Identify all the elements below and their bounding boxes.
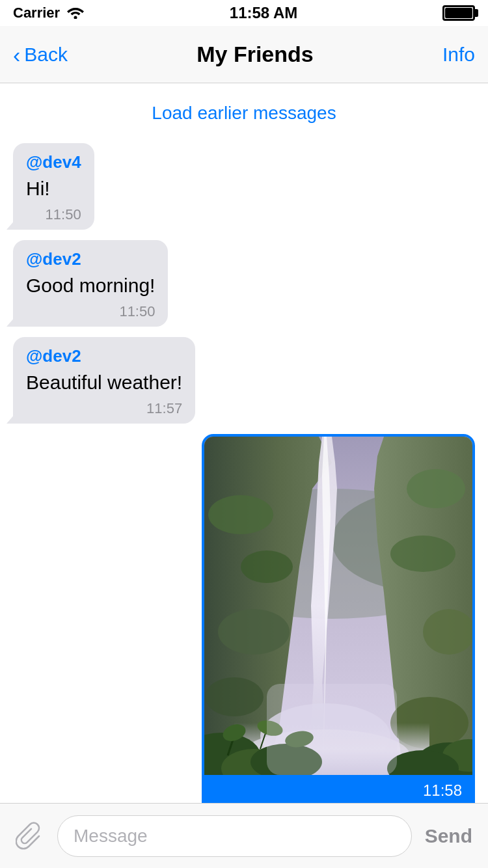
back-button[interactable]: ‹ Back [13, 44, 68, 66]
info-button[interactable]: Info [442, 44, 475, 66]
message-input[interactable] [57, 815, 412, 857]
send-button[interactable]: Send [422, 825, 475, 847]
status-time: 11:58 AM [230, 4, 297, 22]
svg-point-9 [390, 536, 455, 572]
nav-bar: ‹ Back My Friends Info [0, 26, 488, 83]
chat-container: Load earlier messages @dev4 Hi! 11:50 @d… [0, 83, 488, 803]
nav-title: My Friends [197, 42, 313, 67]
outgoing-image-bubble[interactable]: 11:58 Sent [202, 434, 475, 803]
message-sender: @dev2 [26, 249, 155, 269]
status-right [442, 5, 475, 21]
incoming-bubble: @dev2 Good morning! 11:50 [13, 240, 168, 327]
image-time: 11:58 [215, 781, 462, 800]
status-bar: Carrier 11:58 AM [0, 0, 488, 26]
wifi-icon [66, 5, 85, 22]
message-sender: @dev4 [26, 152, 81, 172]
svg-rect-26 [267, 684, 397, 775]
message-row: @dev4 Hi! 11:50 [13, 143, 475, 230]
incoming-bubble: @dev4 Hi! 11:50 [13, 143, 94, 230]
message-row: @dev2 Beautiful weather! 11:57 [13, 337, 475, 424]
svg-point-7 [205, 677, 264, 716]
incoming-bubble: @dev2 Beautiful weather! 11:57 [13, 337, 195, 424]
message-row: @dev2 Good morning! 11:50 [13, 240, 475, 327]
back-label: Back [24, 44, 68, 66]
back-chevron-icon: ‹ [13, 44, 20, 66]
load-earlier-button[interactable]: Load earlier messages [13, 90, 475, 143]
message-text: Beautiful weather! [26, 369, 182, 396]
message-time: 11:50 [26, 303, 155, 320]
message-time: 11:57 [26, 400, 182, 417]
attach-button[interactable] [13, 819, 47, 853]
battery-icon [442, 5, 475, 21]
svg-point-0 [74, 16, 77, 19]
carrier-label: Carrier [13, 5, 60, 21]
message-row: 11:58 Sent [13, 434, 475, 803]
status-left: Carrier [13, 5, 85, 22]
svg-point-6 [218, 609, 290, 655]
image-content [204, 437, 472, 775]
message-text: Hi! [26, 175, 81, 202]
message-text: Good morning! [26, 272, 155, 299]
image-caption: 11:58 Sent [204, 775, 472, 803]
svg-point-5 [241, 550, 293, 583]
svg-point-8 [407, 469, 465, 508]
message-time: 11:50 [26, 206, 81, 223]
svg-point-4 [208, 495, 273, 534]
message-sender: @dev2 [26, 346, 182, 366]
input-bar: Send [0, 803, 488, 868]
